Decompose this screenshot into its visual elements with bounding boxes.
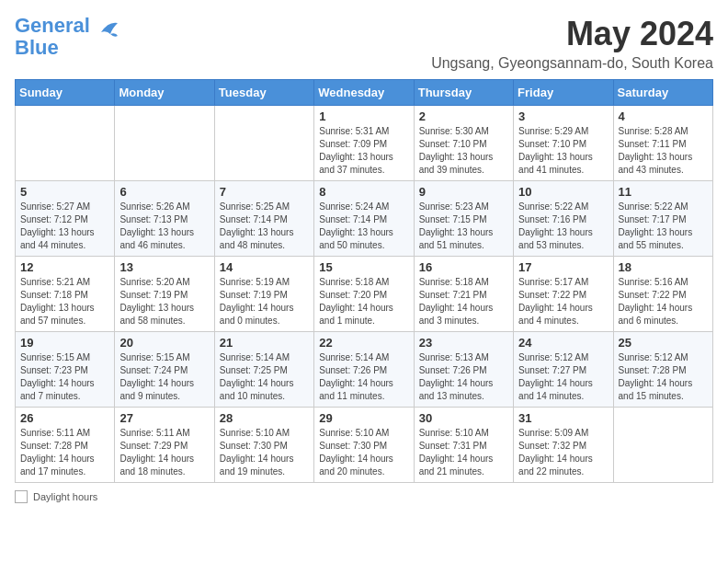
day-number: 8 (319, 185, 408, 199)
day-number: 11 (619, 185, 708, 199)
legend-label: Daylight hours (33, 491, 97, 502)
calendar-cell (214, 106, 313, 181)
calendar-cell: 22Sunrise: 5:14 AM Sunset: 7:26 PM Dayli… (314, 332, 414, 408)
day-number: 24 (518, 336, 608, 350)
day-number: 5 (20, 185, 109, 199)
day-number: 31 (518, 411, 608, 425)
day-info: Sunrise: 5:19 AM Sunset: 7:19 PM Dayligh… (220, 276, 309, 327)
day-info: Sunrise: 5:14 AM Sunset: 7:25 PM Dayligh… (220, 351, 309, 403)
day-info: Sunrise: 5:18 AM Sunset: 7:21 PM Dayligh… (419, 276, 508, 327)
main-title: May 2024 (431, 15, 713, 53)
day-number: 10 (518, 185, 608, 199)
day-info: Sunrise: 5:10 AM Sunset: 7:31 PM Dayligh… (419, 427, 508, 478)
day-number: 21 (220, 336, 309, 350)
day-number: 1 (319, 109, 408, 123)
day-number: 22 (319, 336, 408, 350)
day-info: Sunrise: 5:09 AM Sunset: 7:32 PM Dayligh… (518, 427, 608, 478)
day-info: Sunrise: 5:21 AM Sunset: 7:18 PM Dayligh… (20, 276, 109, 327)
day-number: 7 (220, 185, 309, 199)
day-info: Sunrise: 5:11 AM Sunset: 7:28 PM Dayligh… (20, 427, 109, 478)
calendar-cell: 23Sunrise: 5:13 AM Sunset: 7:26 PM Dayli… (414, 332, 513, 408)
calendar-cell: 1Sunrise: 5:31 AM Sunset: 7:09 PM Daylig… (314, 106, 414, 181)
day-info: Sunrise: 5:15 AM Sunset: 7:23 PM Dayligh… (20, 351, 109, 403)
day-number: 4 (619, 109, 708, 123)
day-number: 25 (619, 336, 708, 350)
day-number: 19 (20, 336, 109, 350)
page-header: GeneralBlue May 2024 Ungsang, Gyeongsann… (15, 15, 713, 72)
calendar-cell: 12Sunrise: 5:21 AM Sunset: 7:18 PM Dayli… (16, 257, 115, 332)
calendar-cell: 8Sunrise: 5:24 AM Sunset: 7:14 PM Daylig… (314, 181, 414, 257)
calendar-cell: 14Sunrise: 5:19 AM Sunset: 7:19 PM Dayli… (214, 257, 313, 332)
calendar-cell: 27Sunrise: 5:11 AM Sunset: 7:29 PM Dayli… (115, 408, 214, 483)
day-info: Sunrise: 5:22 AM Sunset: 7:17 PM Dayligh… (619, 201, 708, 252)
day-number: 26 (20, 411, 109, 425)
calendar-cell: 6Sunrise: 5:26 AM Sunset: 7:13 PM Daylig… (115, 181, 214, 257)
day-number: 16 (419, 260, 508, 274)
col-header-sunday: Sunday (16, 80, 115, 106)
calendar-cell: 31Sunrise: 5:09 AM Sunset: 7:32 PM Dayli… (514, 408, 613, 483)
calendar-cell: 29Sunrise: 5:10 AM Sunset: 7:30 PM Dayli… (314, 408, 414, 483)
day-number: 14 (220, 260, 309, 274)
day-number: 6 (119, 185, 209, 199)
day-number: 3 (518, 109, 608, 123)
calendar-table: SundayMondayTuesdayWednesdayThursdayFrid… (15, 79, 713, 483)
day-info: Sunrise: 5:23 AM Sunset: 7:15 PM Dayligh… (419, 201, 508, 252)
title-section: May 2024 Ungsang, Gyeongsannam-do, South… (431, 15, 713, 72)
calendar-cell: 26Sunrise: 5:11 AM Sunset: 7:28 PM Dayli… (16, 408, 115, 483)
day-info: Sunrise: 5:10 AM Sunset: 7:30 PM Dayligh… (220, 427, 309, 478)
calendar-cell (115, 106, 214, 181)
day-info: Sunrise: 5:25 AM Sunset: 7:14 PM Dayligh… (220, 201, 309, 252)
calendar-week-row: 12Sunrise: 5:21 AM Sunset: 7:18 PM Dayli… (16, 257, 713, 332)
day-number: 13 (119, 260, 209, 274)
day-info: Sunrise: 5:30 AM Sunset: 7:10 PM Dayligh… (419, 125, 508, 177)
col-header-tuesday: Tuesday (214, 80, 313, 106)
col-header-saturday: Saturday (613, 80, 712, 106)
day-number: 17 (518, 260, 608, 274)
day-number: 18 (619, 260, 708, 274)
day-info: Sunrise: 5:17 AM Sunset: 7:22 PM Dayligh… (518, 276, 608, 327)
calendar-cell: 11Sunrise: 5:22 AM Sunset: 7:17 PM Dayli… (613, 181, 712, 257)
calendar-cell (16, 106, 115, 181)
day-info: Sunrise: 5:18 AM Sunset: 7:20 PM Dayligh… (319, 276, 408, 327)
day-info: Sunrise: 5:28 AM Sunset: 7:11 PM Dayligh… (619, 125, 708, 177)
col-header-wednesday: Wednesday (314, 80, 414, 106)
calendar-cell: 3Sunrise: 5:29 AM Sunset: 7:10 PM Daylig… (514, 106, 613, 181)
calendar-cell: 28Sunrise: 5:10 AM Sunset: 7:30 PM Dayli… (214, 408, 313, 483)
day-number: 12 (20, 260, 109, 274)
day-info: Sunrise: 5:14 AM Sunset: 7:26 PM Dayligh… (319, 351, 408, 403)
calendar-cell: 18Sunrise: 5:16 AM Sunset: 7:22 PM Dayli… (613, 257, 712, 332)
calendar-cell: 15Sunrise: 5:18 AM Sunset: 7:20 PM Dayli… (314, 257, 414, 332)
day-number: 15 (319, 260, 408, 274)
day-number: 27 (119, 411, 209, 425)
day-info: Sunrise: 5:26 AM Sunset: 7:13 PM Dayligh… (119, 201, 209, 252)
col-header-monday: Monday (115, 80, 214, 106)
calendar-cell: 24Sunrise: 5:12 AM Sunset: 7:27 PM Dayli… (514, 332, 613, 408)
calendar-cell: 4Sunrise: 5:28 AM Sunset: 7:11 PM Daylig… (613, 106, 712, 181)
calendar-cell: 9Sunrise: 5:23 AM Sunset: 7:15 PM Daylig… (414, 181, 513, 257)
col-header-friday: Friday (514, 80, 613, 106)
calendar-cell: 25Sunrise: 5:12 AM Sunset: 7:28 PM Dayli… (613, 332, 712, 408)
logo: GeneralBlue (15, 15, 119, 59)
calendar-cell: 16Sunrise: 5:18 AM Sunset: 7:21 PM Dayli… (414, 257, 513, 332)
calendar-week-row: 26Sunrise: 5:11 AM Sunset: 7:28 PM Dayli… (16, 408, 713, 483)
day-info: Sunrise: 5:15 AM Sunset: 7:24 PM Dayligh… (119, 351, 209, 403)
calendar-cell: 21Sunrise: 5:14 AM Sunset: 7:25 PM Dayli… (214, 332, 313, 408)
calendar-header-row: SundayMondayTuesdayWednesdayThursdayFrid… (16, 80, 713, 106)
calendar-week-row: 19Sunrise: 5:15 AM Sunset: 7:23 PM Dayli… (16, 332, 713, 408)
calendar-cell: 13Sunrise: 5:20 AM Sunset: 7:19 PM Dayli… (115, 257, 214, 332)
calendar-cell: 10Sunrise: 5:22 AM Sunset: 7:16 PM Dayli… (514, 181, 613, 257)
day-info: Sunrise: 5:12 AM Sunset: 7:27 PM Dayligh… (518, 351, 608, 403)
calendar-cell: 20Sunrise: 5:15 AM Sunset: 7:24 PM Dayli… (115, 332, 214, 408)
calendar-cell: 30Sunrise: 5:10 AM Sunset: 7:31 PM Dayli… (414, 408, 513, 483)
day-info: Sunrise: 5:13 AM Sunset: 7:26 PM Dayligh… (419, 351, 508, 403)
day-number: 2 (419, 109, 508, 123)
day-info: Sunrise: 5:27 AM Sunset: 7:12 PM Dayligh… (20, 201, 109, 252)
day-number: 28 (220, 411, 309, 425)
calendar-week-row: 1Sunrise: 5:31 AM Sunset: 7:09 PM Daylig… (16, 106, 713, 181)
day-info: Sunrise: 5:29 AM Sunset: 7:10 PM Dayligh… (518, 125, 608, 177)
day-info: Sunrise: 5:22 AM Sunset: 7:16 PM Dayligh… (518, 201, 608, 252)
logo-text: GeneralBlue (15, 15, 90, 59)
calendar-cell: 5Sunrise: 5:27 AM Sunset: 7:12 PM Daylig… (16, 181, 115, 257)
calendar-cell (613, 408, 712, 483)
calendar-cell: 2Sunrise: 5:30 AM Sunset: 7:10 PM Daylig… (414, 106, 513, 181)
